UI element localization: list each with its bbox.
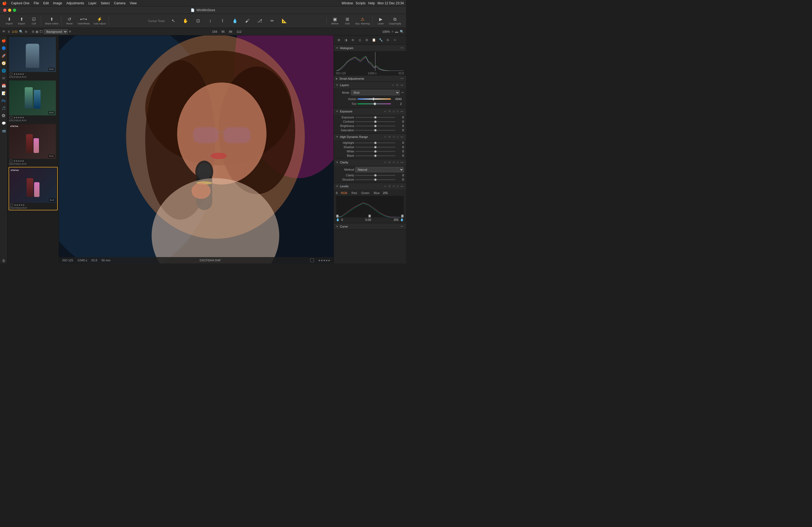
clarity-list-btn[interactable]: ≡ — [396, 161, 399, 164]
tint-slider[interactable] — [358, 103, 391, 104]
menu-scripts[interactable]: Scripts — [356, 1, 366, 5]
layer-mode-select[interactable]: Shot — [351, 90, 400, 95]
minimize-button[interactable] — [8, 9, 11, 12]
straighten-tool[interactable]: ↕ — [204, 17, 216, 25]
exp-warning-button[interactable]: ⚠ Exp. Warning — [354, 16, 371, 26]
learn-button[interactable]: ▶ Learn — [375, 16, 387, 26]
hdr-reset-btn[interactable]: ↺ — [392, 135, 395, 139]
menu-edit[interactable]: Edit — [43, 1, 49, 5]
highlight-thumb[interactable] — [374, 142, 376, 144]
tool-mask-btn[interactable]: ⧉ — [385, 37, 391, 43]
smart-adjustments-header[interactable]: ▶ Smart Adjustments ••• — [334, 75, 406, 81]
crop-tool[interactable]: ⊡ — [192, 17, 204, 25]
tool-exposure-btn[interactable]: ◑ — [343, 37, 349, 43]
calendar-icon[interactable]: 📅 — [1, 82, 7, 89]
reset-button[interactable]: ↺ Reset — [64, 16, 75, 26]
apple-menu[interactable]: 🍎 — [2, 1, 7, 5]
import-button[interactable]: ⬇ Import — [3, 16, 15, 26]
menu-adjustments[interactable]: Adjustments — [66, 1, 84, 5]
tag-btn[interactable]: ⊕ — [25, 30, 27, 33]
close-button[interactable] — [3, 9, 6, 12]
contrast-slider[interactable] — [355, 121, 395, 122]
layer-edit-icon[interactable]: ✏ — [402, 91, 404, 94]
black-thumb[interactable] — [374, 154, 376, 157]
film-item-2[interactable]: RAF ★★★★★ DSCF6919.RAF — [9, 80, 58, 122]
clarity-more-btn[interactable]: ••• — [400, 161, 404, 164]
brightness-thumb[interactable] — [374, 125, 376, 127]
facetime-icon[interactable]: 📹 — [1, 128, 7, 134]
exposure-edit-btn[interactable]: ✏ — [384, 110, 387, 113]
kelvin-slider[interactable] — [358, 99, 391, 100]
layers-more-btn[interactable]: ••• — [400, 84, 404, 87]
messages-icon[interactable]: 💬 — [1, 120, 7, 126]
film-checkbox-3[interactable] — [10, 160, 12, 162]
film-checkbox-2[interactable] — [10, 116, 12, 119]
tool-lens-btn[interactable]: ◎ — [357, 37, 363, 43]
highlight-slider[interactable] — [355, 142, 395, 143]
safari-icon[interactable]: 🧭 — [1, 60, 7, 66]
clone-tool[interactable]: ⎇ — [254, 17, 265, 25]
mail-icon[interactable]: ✉ — [1, 75, 7, 81]
levels-header[interactable]: ▼ Levels ✏ ⧉ ↺ ≡ ••• — [334, 183, 406, 190]
share-button[interactable]: ⬆ Share online — [43, 16, 60, 26]
curve-header[interactable]: ▼ Curve ••• — [334, 223, 406, 229]
status-checkbox[interactable] — [310, 258, 314, 262]
eye-toggle[interactable]: 👁 — [2, 30, 6, 33]
white-slider[interactable] — [355, 151, 395, 152]
histogram-more-btn[interactable]: ••• — [400, 46, 404, 50]
auto-adjust-button[interactable]: ⚡ Auto Adjust — [92, 16, 107, 26]
measure-tool[interactable]: 📐 — [278, 17, 290, 25]
hdr-more-btn[interactable]: ••• — [400, 135, 404, 139]
levels-reset-btn[interactable]: ↺ — [392, 185, 395, 188]
chrome-icon[interactable]: 🌐 — [1, 67, 7, 74]
brightness-slider[interactable] — [355, 125, 395, 126]
levels-eyedropper-white[interactable]: 💧 — [400, 218, 404, 221]
hdr-list-btn[interactable]: ≡ — [396, 135, 399, 139]
hand-tool[interactable]: ✋ — [180, 17, 191, 25]
exposure-slider[interactable] — [355, 117, 395, 118]
copy-apply-button[interactable]: ⧉ Copy/Apply — [387, 16, 403, 26]
smart-adj-more-btn[interactable]: ••• — [400, 77, 404, 80]
levels-tab-rgb[interactable]: RGB — [340, 191, 348, 195]
clarity-method-select[interactable]: Natural — [355, 167, 404, 172]
exposure-more-btn[interactable]: ••• — [400, 110, 404, 113]
tool-composition-btn[interactable]: ⊞ — [364, 37, 370, 43]
menu-camera[interactable]: Camera — [114, 1, 126, 5]
tool-color-btn[interactable]: ⊙ — [336, 37, 342, 43]
view-compare-btn[interactable]: ⧠ — [40, 30, 43, 33]
film-item-4[interactable]: dTikTok RAF ★★★★★ DSCF6944.RAF — [9, 167, 58, 210]
exposure-list-btn[interactable]: ≡ — [396, 110, 399, 113]
background-select[interactable]: Background — [44, 29, 68, 34]
add-btn[interactable]: ⊕ — [69, 30, 71, 33]
menu-layer[interactable]: Layer — [88, 1, 97, 5]
histogram-header[interactable]: ▼ Histogram ••• — [334, 45, 406, 51]
zoom-fit-btn[interactable]: ⌖ — [392, 30, 393, 33]
lasso-tool[interactable]: ⌇ — [217, 17, 229, 25]
shadow-slider[interactable] — [355, 147, 395, 148]
layers-edit-btn[interactable]: ✏ — [392, 84, 395, 87]
menu-help[interactable]: Help — [368, 1, 375, 5]
levels-tab-green[interactable]: Green — [360, 191, 371, 195]
clarity-copy-btn[interactable]: ⧉ — [388, 161, 391, 164]
structure-slider[interactable] — [355, 179, 395, 180]
levels-tab-red[interactable]: Red — [350, 191, 358, 195]
photoshop-icon[interactable]: Ps — [1, 98, 7, 104]
white-thumb[interactable] — [374, 150, 376, 153]
film-checkbox-1[interactable] — [10, 73, 12, 75]
menu-select[interactable]: Select — [101, 1, 110, 5]
tool-metadata-btn[interactable]: 📋 — [371, 37, 377, 43]
annotate-tool[interactable]: ✏ — [266, 17, 278, 25]
launchpad-icon[interactable]: 🚀 — [1, 52, 7, 59]
layers-header[interactable]: ▼ Layers ✏ ⧉ ••• — [334, 82, 406, 88]
film-item-3[interactable]: dTikTok RAF ★★★★★ DSCF6941.RAF — [9, 123, 58, 166]
search-btn[interactable]: 🔍 — [19, 30, 23, 33]
tool-detail-btn[interactable]: ⊕ — [350, 37, 356, 43]
menu-window[interactable]: Window — [342, 1, 353, 5]
menu-view[interactable]: View — [130, 1, 137, 5]
hdr-header[interactable]: ▼ High Dynamic Range ✏ ⧉ ↺ ≡ ••• — [334, 134, 406, 140]
pause-toggle[interactable]: ⏸ — [7, 30, 10, 33]
appstore-icon[interactable]: 🅐 — [1, 113, 7, 119]
hdr-edit-btn[interactable]: ✏ — [384, 135, 387, 139]
music-icon[interactable]: 🎵 — [1, 105, 7, 111]
trash-icon[interactable]: 🗑 — [1, 258, 7, 264]
